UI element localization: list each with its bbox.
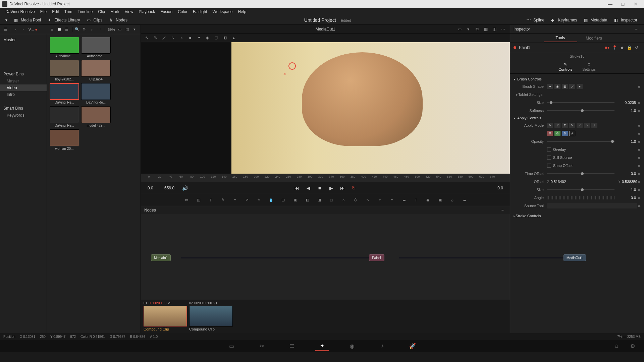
media-thumb[interactable]: Aufnahme... — [81, 37, 111, 58]
page-cut-button[interactable]: ✂ — [255, 341, 268, 351]
fit-icon[interactable]: ▭ — [116, 26, 123, 33]
viewer-canvas[interactable]: × — [141, 42, 510, 174]
clone-tool-icon[interactable]: ◉ — [205, 35, 211, 41]
node-mediain[interactable]: MediaIn1 — [151, 254, 171, 261]
nodes-more-icon[interactable]: ⋯ — [499, 207, 506, 214]
page-media-button[interactable]: ▭ — [225, 341, 238, 351]
tool-color-icon[interactable]: 💧 — [267, 196, 275, 204]
keyframe-diamond-icon[interactable]: ◆ — [637, 123, 641, 128]
text-tool-icon[interactable]: ▲ — [231, 35, 237, 41]
tool-matte-icon[interactable]: ▢ — [279, 196, 287, 204]
tool-text-icon[interactable]: T — [207, 196, 214, 204]
channel-b-button[interactable]: B — [562, 131, 568, 136]
keyframe-nav-icon[interactable]: ◆ — [619, 44, 625, 51]
nav-fwd-button[interactable]: › — [20, 26, 26, 33]
tool-resize-icon[interactable]: ◧ — [304, 196, 311, 204]
tool-rectangle-icon[interactable]: □ — [328, 196, 335, 204]
menu-view[interactable]: View — [122, 9, 136, 14]
spline-tool-icon[interactable]: ∿ — [170, 35, 176, 41]
tool-tracker-icon[interactable]: ✦ — [231, 196, 238, 204]
menu-timeline[interactable]: Timeline — [75, 9, 95, 14]
apply-mode-2-icon[interactable]: ⫽ — [554, 123, 560, 128]
subtab-controls[interactable]: ✎Controls — [558, 62, 572, 71]
tab-modifiers[interactable]: Modifiers — [577, 35, 611, 42]
node-mediaout[interactable]: MediaOut1 — [564, 254, 586, 261]
tool-polygon-icon[interactable]: ⬡ — [352, 196, 359, 204]
keyframe-diamond-icon[interactable]: ◆ — [637, 164, 641, 168]
viewer-dropdown-icon[interactable]: ▾ — [465, 26, 472, 33]
home-button[interactable]: ⌂ — [610, 341, 623, 351]
snap-offset-checkbox[interactable] — [547, 164, 551, 168]
menu-clip[interactable]: Clip — [95, 9, 108, 14]
tool-shape3d-icon[interactable]: ◉ — [424, 196, 432, 204]
viewer-gear-icon[interactable]: ⚙ — [474, 26, 480, 33]
tool-merge-icon[interactable]: ◫ — [195, 196, 202, 204]
mask-tool-icon[interactable]: ▢ — [213, 35, 219, 41]
eraser-tool-icon[interactable]: ◧ — [222, 35, 228, 41]
brush-tool-icon[interactable]: ✎ — [152, 35, 158, 41]
menu-color[interactable]: Color — [175, 9, 190, 14]
tablet-settings-label[interactable]: Tablet Settings — [518, 93, 542, 97]
keyframe-diamond-icon[interactable]: ◆ — [637, 139, 641, 144]
apply-mode-6-icon[interactable]: ∿ — [584, 123, 590, 128]
project-settings-button[interactable]: ⚙ — [626, 341, 639, 351]
media-thumb[interactable]: Aufnahme... — [50, 37, 79, 58]
keyframe-diamond-icon[interactable]: ◆ — [637, 131, 641, 136]
maximize-button[interactable]: □ — [616, 1, 629, 7]
audio-icon[interactable]: 🔊 — [181, 184, 189, 192]
timeline-clip[interactable]: 0100:00:00:00V1Compound Clip — [144, 301, 187, 332]
brush-shape-soft-icon[interactable]: ◉ — [554, 84, 560, 89]
filter-icon[interactable]: ⇅ — [81, 26, 88, 33]
media-thumb[interactable]: woman-20... — [50, 129, 79, 150]
tool-render3d-icon[interactable]: ☁ — [461, 196, 468, 204]
time-offset-value[interactable]: 0.0 — [617, 172, 637, 176]
brush-shape-circle-icon[interactable]: ● — [547, 84, 553, 89]
menu-davinci-resolve[interactable]: DaVinci Resolve — [3, 9, 38, 14]
bin-path[interactable]: V... — [29, 27, 34, 32]
offset-x-value[interactable]: 0.513402 — [551, 180, 566, 184]
media-thumb[interactable]: model-429... — [81, 106, 111, 127]
page-fusion-button[interactable]: ✦ — [315, 341, 329, 351]
page-deliver-button[interactable]: 🚀 — [406, 341, 419, 351]
opacity-value[interactable]: 1.0 — [617, 139, 637, 143]
more-icon[interactable]: ⋯ — [96, 26, 103, 33]
keyframe-diamond-icon[interactable]: ◆ — [637, 188, 641, 192]
menu-workspace[interactable]: Workspace — [210, 9, 235, 14]
lock-icon[interactable]: 🔒 — [626, 44, 633, 51]
menu-file[interactable]: File — [38, 9, 49, 14]
media-thumb[interactable]: boy-24202... — [50, 60, 79, 81]
view-metadata-icon[interactable]: ≡ — [49, 26, 55, 33]
channel-r-button[interactable]: R — [547, 131, 553, 136]
nodes-button[interactable]: ⋔Nodes — [106, 17, 130, 23]
spline-button[interactable]: 〰Spline — [524, 17, 547, 23]
effects-library-button[interactable]: ✦Effects Library — [45, 17, 83, 23]
apply-mode-1-icon[interactable]: ✎ — [547, 123, 553, 128]
node-paint[interactable]: Paint1 — [369, 254, 384, 261]
menu-mark[interactable]: Mark — [108, 9, 122, 14]
apply-mode-7-icon[interactable]: ⊥ — [591, 123, 597, 128]
keyframe-diamond-icon[interactable]: ◆ — [637, 204, 641, 208]
tool-paint-icon[interactable]: ✎ — [219, 196, 226, 204]
tool-pRender-icon[interactable]: ☁ — [400, 196, 408, 204]
channel-g-button[interactable]: G — [554, 131, 560, 136]
go-start-button[interactable]: ⏮ — [293, 184, 301, 192]
section-brush-controls[interactable]: Brush Controls — [514, 76, 641, 82]
timeline-ruler[interactable]: 0204060801001201401601802002202402602803… — [141, 174, 510, 180]
channel-a-button[interactable]: A — [569, 131, 575, 136]
minimize-button[interactable]: — — [604, 1, 616, 7]
viewer-split-icon[interactable]: ◫ — [491, 26, 498, 33]
keyframe-diamond-icon[interactable]: ◆ — [637, 180, 641, 184]
overlay-checkbox[interactable] — [547, 147, 551, 152]
tool-ellipse-icon[interactable]: ○ — [340, 196, 347, 204]
smartbin-keywords[interactable]: Keywords — [0, 112, 47, 119]
keyframe-diamond-icon[interactable]: ◆ — [637, 109, 641, 113]
nodes-canvas[interactable]: MediaIn1 Paint1 MediaOut1 — [141, 214, 510, 300]
zoom-level[interactable]: 69% — [108, 27, 115, 32]
softness-value[interactable]: 1.0 — [617, 109, 637, 113]
search-icon[interactable]: 🔍 — [74, 26, 80, 33]
keyframe-diamond-icon[interactable]: ◆ — [637, 172, 641, 176]
dropdown-icon[interactable]: ▾ — [131, 26, 138, 33]
media-thumb[interactable]: Clip.mp4 — [81, 60, 111, 81]
tool-camera-icon[interactable]: ▣ — [436, 196, 444, 204]
menu-fairlight[interactable]: Fairlight — [190, 9, 210, 14]
